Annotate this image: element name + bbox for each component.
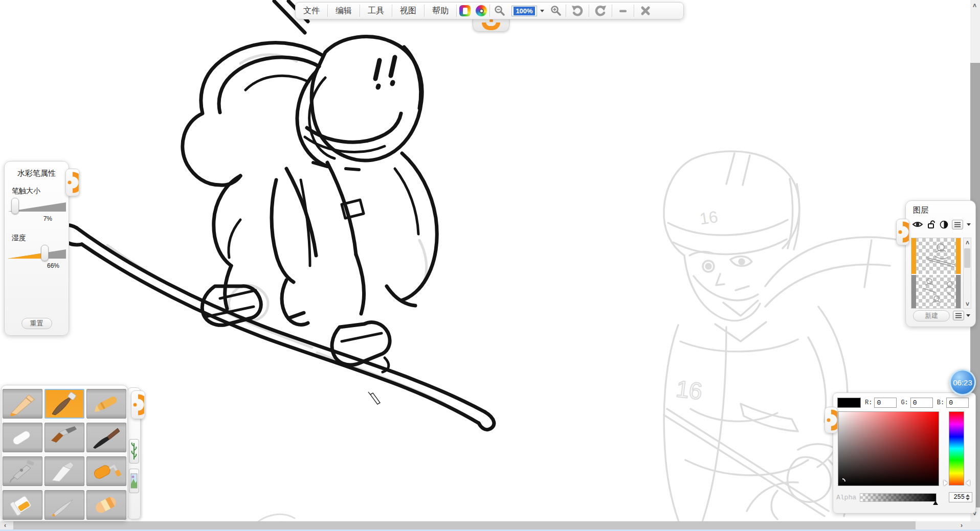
session-timer[interactable]: 06:23: [949, 369, 976, 396]
brush-paint-roller[interactable]: [86, 456, 126, 486]
menu-file[interactable]: 文件: [296, 3, 327, 19]
undo-icon[interactable]: [566, 3, 589, 19]
scroll-right-icon[interactable]: ›: [961, 522, 963, 529]
sketch-jersey-number: 16: [675, 375, 704, 405]
layers-title: 图层: [913, 205, 975, 215]
wetness-label: 湿度: [12, 234, 69, 243]
brush-airbrush[interactable]: [3, 456, 42, 486]
alpha-up-icon[interactable]: [966, 494, 970, 497]
layer-list: [911, 238, 961, 309]
brush-size-handle[interactable]: [11, 198, 19, 214]
brush-chalk[interactable]: [3, 423, 42, 452]
alpha-spinner[interactable]: [949, 492, 972, 502]
palette-handle[interactable]: [131, 390, 145, 419]
b-input[interactable]: [946, 398, 969, 408]
hue-marker-right-icon[interactable]: [966, 480, 970, 486]
unlock-icon[interactable]: [927, 220, 936, 229]
brush-crayon[interactable]: [86, 389, 126, 419]
tools-color-icon[interactable]: [457, 3, 473, 19]
layer-item[interactable]: [911, 275, 961, 308]
scroll-up-icon[interactable]: ˄: [973, 2, 976, 9]
zoom-in-icon[interactable]: [546, 3, 566, 19]
brush-size-slider[interactable]: [8, 198, 65, 214]
hue-bar[interactable]: [949, 411, 964, 486]
reset-button[interactable]: 重置: [21, 318, 52, 329]
scroll-left-icon[interactable]: ‹: [4, 522, 6, 529]
brush-grid: [3, 389, 127, 520]
menu-help[interactable]: 帮助: [425, 3, 456, 19]
main-toolbar: 文件 编辑 工具 视图 帮助 100%: [295, 2, 684, 19]
zoom-out-icon[interactable]: [490, 3, 509, 19]
brush-size-value: 7%: [5, 215, 52, 222]
menu-tools[interactable]: 工具: [360, 3, 392, 19]
wetness-value: 66%: [5, 262, 59, 269]
panel-title: 水彩笔属性: [5, 169, 69, 178]
brush-ink-brush[interactable]: [86, 423, 126, 452]
alpha-label: Alpha: [836, 494, 860, 501]
paint-app-window: 16 16: [0, 0, 980, 531]
color-panel-handle[interactable]: [825, 407, 838, 433]
close-icon[interactable]: [634, 3, 657, 19]
zoom-dropdown-icon[interactable]: [538, 3, 546, 19]
layer-menu-icon[interactable]: [952, 220, 963, 229]
brush-palette-panel: [1, 385, 128, 521]
layers-panel: 图层: [905, 200, 976, 327]
wetness-handle[interactable]: [41, 245, 49, 261]
alpha-slider[interactable]: [860, 493, 937, 502]
layer-list-scrollbar[interactable]: ˄ ˅: [963, 238, 971, 309]
alpha-down-icon[interactable]: [966, 498, 970, 500]
alpha-marker-icon[interactable]: [933, 501, 938, 505]
alpha-input[interactable]: [949, 494, 965, 501]
menu-view[interactable]: 视图: [392, 3, 424, 19]
contrast-icon[interactable]: [940, 220, 948, 229]
new-layer-button[interactable]: 新建: [913, 310, 950, 321]
b-label: B:: [937, 399, 944, 406]
brush-watercolor-brush[interactable]: [44, 389, 84, 419]
image-brush-tab[interactable]: [129, 469, 139, 493]
sketch-helmet-number: 16: [698, 207, 719, 228]
horizontal-scrollbar[interactable]: ‹ ›: [0, 521, 980, 529]
tab-smile-icon: [482, 22, 500, 30]
layers-panel-handle[interactable]: [896, 219, 909, 245]
layer-options-caret-icon[interactable]: [966, 314, 970, 317]
brush-eraser[interactable]: [86, 490, 126, 520]
color-picker-panel: R: G: B: Alpha: [833, 393, 976, 514]
wetness-slider[interactable]: [8, 245, 65, 261]
color-wheel-icon[interactable]: [473, 3, 489, 19]
layer-options-icon[interactable]: [953, 311, 964, 320]
brush-flat-brush[interactable]: [44, 423, 84, 452]
g-label: G:: [901, 399, 908, 406]
menu-edit[interactable]: 编辑: [328, 3, 360, 19]
r-label: R:: [865, 399, 872, 406]
layer-scroll-down-icon[interactable]: ˅: [966, 301, 969, 308]
horizontal-scroll-thumb[interactable]: [13, 521, 916, 529]
current-color-swatch[interactable]: [837, 398, 861, 408]
r-input[interactable]: [874, 398, 897, 408]
brush-palette-knife[interactable]: [44, 456, 84, 486]
hue-marker-left-icon[interactable]: [944, 480, 948, 486]
brush-liner-brush[interactable]: [44, 490, 84, 520]
brush-properties-panel: 水彩笔属性 笔触大小 7% 湿度 66% 重置: [4, 161, 69, 336]
toolbar-pull-tab[interactable]: [473, 18, 509, 32]
eye-icon[interactable]: [912, 220, 923, 228]
g-input[interactable]: [910, 398, 933, 408]
layer-menu-caret-icon[interactable]: [967, 223, 971, 226]
pen-cursor: [368, 392, 380, 404]
brush-paint-tube[interactable]: [3, 490, 42, 520]
minimize-icon[interactable]: [612, 3, 634, 19]
zoom-level-field[interactable]: 100%: [511, 6, 537, 16]
layer-item[interactable]: [911, 238, 961, 275]
snowboarder-drawing: [60, 1, 494, 430]
saturation-value-square[interactable]: [838, 411, 939, 486]
redo-icon[interactable]: [589, 3, 612, 19]
brush-panel-handle[interactable]: [65, 169, 80, 196]
plants-brush-tab[interactable]: [129, 439, 139, 464]
brush-pencil[interactable]: [3, 389, 42, 419]
layer-scroll-up-icon[interactable]: ˄: [966, 239, 969, 246]
timer-value: 06:23: [953, 378, 972, 387]
sv-cursor-icon: [839, 478, 845, 484]
brush-size-label: 笔触大小: [12, 187, 69, 196]
